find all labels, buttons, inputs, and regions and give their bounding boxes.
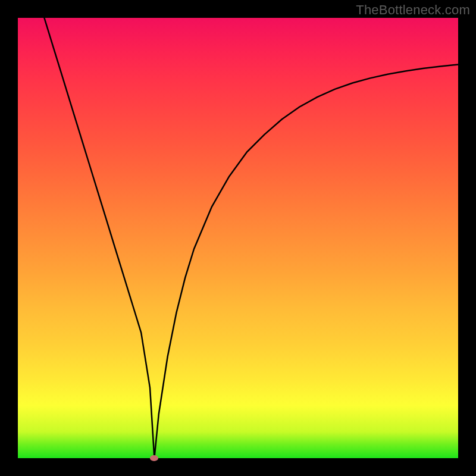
chart-frame: TheBottleneck.com (0, 0, 476, 476)
bottleneck-curve (18, 18, 458, 458)
watermark-text: TheBottleneck.com (356, 2, 470, 18)
optimal-point-marker (150, 455, 158, 461)
plot-area (18, 18, 458, 458)
